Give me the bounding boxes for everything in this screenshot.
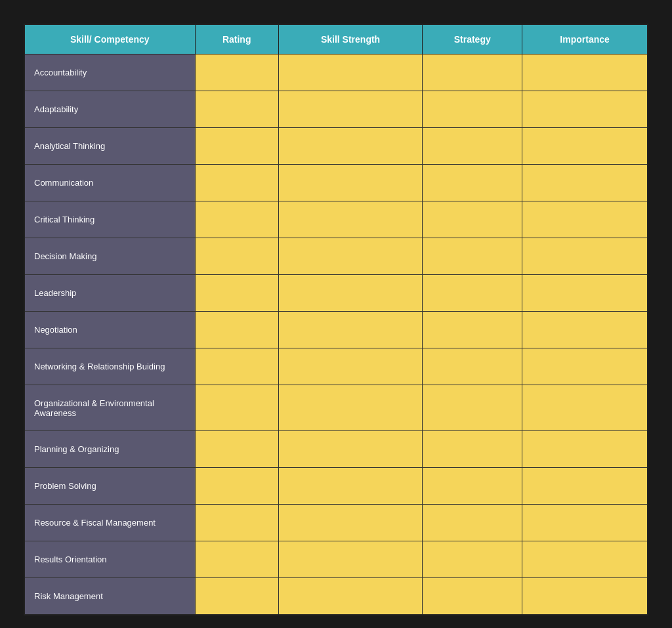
- table-row: Negotiation: [24, 312, 648, 348]
- rating-cell: [195, 431, 278, 468]
- importance-cell: [522, 128, 648, 165]
- header-row: Skill/ CompetencyRatingSkill StrengthStr…: [24, 24, 648, 54]
- skill-cell: Decision Making: [24, 238, 195, 275]
- importance-cell: [522, 54, 648, 91]
- importance-cell: [522, 312, 648, 348]
- table-row: Critical Thinking: [24, 201, 648, 238]
- importance-cell: [522, 348, 648, 385]
- strength-cell: [278, 201, 422, 238]
- skill-cell: Planning & Organizing: [24, 431, 195, 468]
- table-row: Organizational & Environmental Awareness: [24, 385, 648, 431]
- strategy-cell: [423, 385, 522, 431]
- skill-cell: Risk Management: [24, 578, 195, 615]
- strength-cell: [278, 275, 422, 312]
- skill-cell: Organizational & Environmental Awareness: [24, 385, 195, 431]
- rating-cell: [195, 468, 278, 505]
- skill-cell: Leadership: [24, 275, 195, 312]
- strategy-cell: [423, 238, 522, 275]
- strategy-cell: [423, 91, 522, 128]
- skill-cell: Communication: [24, 165, 195, 201]
- strategy-cell: [423, 431, 522, 468]
- table-row: Analytical Thinking: [24, 128, 648, 165]
- skill-cell: Networking & Relationship Buiding: [24, 348, 195, 385]
- strength-cell: [278, 385, 422, 431]
- importance-cell: [522, 275, 648, 312]
- importance-cell: [522, 201, 648, 238]
- skill-cell: Accountability: [24, 54, 195, 91]
- importance-cell: [522, 578, 648, 615]
- header-cell-strength: Skill Strength: [278, 24, 422, 54]
- table-row: Leadership: [24, 275, 648, 312]
- strength-cell: [278, 578, 422, 615]
- skill-cell: Negotiation: [24, 312, 195, 348]
- skill-cell: Resource & Fiscal Management: [24, 505, 195, 541]
- table-row: Communication: [24, 165, 648, 201]
- table-row: Networking & Relationship Buiding: [24, 348, 648, 385]
- strategy-cell: [423, 128, 522, 165]
- strength-cell: [278, 541, 422, 578]
- importance-cell: [522, 238, 648, 275]
- strategy-cell: [423, 312, 522, 348]
- rating-cell: [195, 578, 278, 615]
- table-row: Resource & Fiscal Management: [24, 505, 648, 541]
- strength-cell: [278, 312, 422, 348]
- strategy-cell: [423, 468, 522, 505]
- rating-cell: [195, 348, 278, 385]
- strategy-cell: [423, 578, 522, 615]
- skill-cell: Adaptability: [24, 91, 195, 128]
- strategy-cell: [423, 165, 522, 201]
- rating-cell: [195, 385, 278, 431]
- importance-cell: [522, 385, 648, 431]
- table-row: Problem Solving: [24, 468, 648, 505]
- importance-cell: [522, 468, 648, 505]
- strategy-cell: [423, 541, 522, 578]
- strength-cell: [278, 431, 422, 468]
- skill-cell: Analytical Thinking: [24, 128, 195, 165]
- skill-cell: Critical Thinking: [24, 201, 195, 238]
- strength-cell: [278, 505, 422, 541]
- importance-cell: [522, 165, 648, 201]
- rating-cell: [195, 201, 278, 238]
- strength-cell: [278, 238, 422, 275]
- header-cell-importance: Importance: [522, 24, 648, 54]
- rating-cell: [195, 505, 278, 541]
- header-cell-strategy: Strategy: [423, 24, 522, 54]
- strategy-cell: [423, 275, 522, 312]
- table-row: Planning & Organizing: [24, 431, 648, 468]
- rating-cell: [195, 91, 278, 128]
- strategy-cell: [423, 54, 522, 91]
- strength-cell: [278, 91, 422, 128]
- table-row: Results Orientation: [24, 541, 648, 578]
- table-row: Risk Management: [24, 578, 648, 615]
- table-wrapper: Skill/ CompetencyRatingSkill StrengthStr…: [13, 13, 659, 626]
- strength-cell: [278, 468, 422, 505]
- skill-cell: Problem Solving: [24, 468, 195, 505]
- importance-cell: [522, 505, 648, 541]
- rating-cell: [195, 275, 278, 312]
- strategy-cell: [423, 201, 522, 238]
- strength-cell: [278, 54, 422, 91]
- rating-cell: [195, 128, 278, 165]
- strength-cell: [278, 128, 422, 165]
- rating-cell: [195, 54, 278, 91]
- header-cell-rating: Rating: [195, 24, 278, 54]
- importance-cell: [522, 541, 648, 578]
- rating-cell: [195, 312, 278, 348]
- rating-cell: [195, 238, 278, 275]
- skill-cell: Results Orientation: [24, 541, 195, 578]
- strength-cell: [278, 348, 422, 385]
- importance-cell: [522, 431, 648, 468]
- table-row: Adaptability: [24, 91, 648, 128]
- skills-table: Skill/ CompetencyRatingSkill StrengthStr…: [24, 24, 648, 616]
- importance-cell: [522, 91, 648, 128]
- strength-cell: [278, 165, 422, 201]
- table-row: Accountability: [24, 54, 648, 91]
- rating-cell: [195, 165, 278, 201]
- strategy-cell: [423, 505, 522, 541]
- strategy-cell: [423, 348, 522, 385]
- header-cell-skill: Skill/ Competency: [24, 24, 195, 54]
- table-row: Decision Making: [24, 238, 648, 275]
- rating-cell: [195, 541, 278, 578]
